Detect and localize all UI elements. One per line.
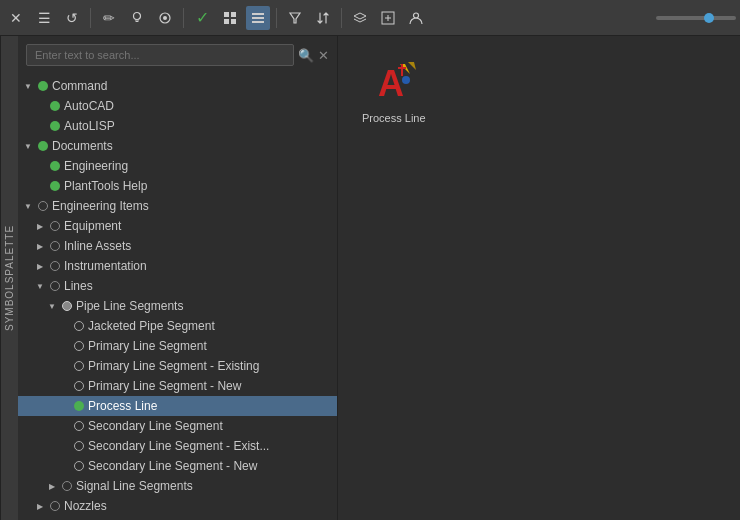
tree-area[interactable]: ▼CommandAutoCADAutoLISP▼DocumentsEnginee… xyxy=(18,74,337,520)
expand-arrow-jacketed[interactable] xyxy=(58,320,70,332)
search-bar: 🔍 ✕ xyxy=(18,36,337,74)
svg-marker-15 xyxy=(408,62,416,70)
tree-node-secondary-new[interactable]: Secondary Line Segment - New xyxy=(18,456,337,476)
expand-arrow-signal-line[interactable]: ▶ xyxy=(46,480,58,492)
node-dot-engineering xyxy=(50,161,60,171)
node-label-inline: Inline Assets xyxy=(64,239,131,253)
search-icon[interactable]: 🔍 xyxy=(298,48,314,63)
tree-node-instrumentation[interactable]: ▶Instrumentation xyxy=(18,256,337,276)
svg-rect-6 xyxy=(231,19,236,24)
tree-node-inline[interactable]: ▶Inline Assets xyxy=(18,236,337,256)
tree-node-planttools[interactable]: PlantTools Help xyxy=(18,176,337,196)
tree-node-engineering[interactable]: Engineering xyxy=(18,156,337,176)
expand-arrow-secondary-new[interactable] xyxy=(58,460,70,472)
list-btn[interactable] xyxy=(246,6,270,30)
refresh-btn[interactable]: ↺ xyxy=(60,6,84,30)
sort-btn[interactable] xyxy=(311,6,335,30)
expand-arrow-instrumentation[interactable]: ▶ xyxy=(34,260,46,272)
tree-node-eng-items[interactable]: ▼Engineering Items xyxy=(18,196,337,216)
layers-btn[interactable] xyxy=(348,6,372,30)
tree-node-primary-new[interactable]: Primary Line Segment - New xyxy=(18,376,337,396)
divider-4 xyxy=(341,8,342,28)
expand-arrow-lines[interactable]: ▼ xyxy=(34,280,46,292)
node-label-secondary-exist: Secondary Line Segment - Exist... xyxy=(88,439,269,453)
node-label-secondary-new: Secondary Line Segment - New xyxy=(88,459,257,473)
node-label-command: Command xyxy=(52,79,107,93)
node-label-nozzles: Nozzles xyxy=(64,499,107,513)
tree-node-documents[interactable]: ▼Documents xyxy=(18,136,337,156)
symbol-icon: A xyxy=(370,60,418,108)
expand-arrow-engineering[interactable] xyxy=(34,160,46,172)
options-btn[interactable] xyxy=(376,6,400,30)
zoom-slider xyxy=(656,16,736,20)
node-dot-primary-new xyxy=(74,381,84,391)
slider-thumb[interactable] xyxy=(704,13,714,23)
tree-node-secondary[interactable]: Secondary Line Segment xyxy=(18,416,337,436)
tree-node-signal-line[interactable]: ▶Signal Line Segments xyxy=(18,476,337,496)
grid-btn[interactable] xyxy=(218,6,242,30)
tree-node-equipment[interactable]: ▶Equipment xyxy=(18,216,337,236)
node-dot-planttools xyxy=(50,181,60,191)
tree-node-secondary-exist[interactable]: Secondary Line Segment - Exist... xyxy=(18,436,337,456)
svg-rect-4 xyxy=(231,12,236,17)
expand-arrow-autolisp[interactable] xyxy=(34,120,46,132)
check-btn[interactable]: ✓ xyxy=(190,6,214,30)
node-label-planttools: PlantTools Help xyxy=(64,179,147,193)
tree-node-autolisp[interactable]: AutoLISP xyxy=(18,116,337,136)
node-label-jacketed: Jacketed Pipe Segment xyxy=(88,319,215,333)
expand-arrow-primary-new[interactable] xyxy=(58,380,70,392)
tree-node-autocad[interactable]: AutoCAD xyxy=(18,96,337,116)
node-dot-autolisp xyxy=(50,121,60,131)
tree-node-pipe-line-segments[interactable]: ▼Pipe Line Segments xyxy=(18,296,337,316)
close-btn[interactable]: ✕ xyxy=(4,6,28,30)
bulb-btn[interactable] xyxy=(125,6,149,30)
node-dot-command xyxy=(38,81,48,91)
expand-arrow-documents[interactable]: ▼ xyxy=(22,140,34,152)
expand-arrow-process-line[interactable] xyxy=(58,400,70,412)
divider-2 xyxy=(183,8,184,28)
tree-node-process-line[interactable]: Process Line xyxy=(18,396,337,416)
side-label: SYMBOLSPALETTE xyxy=(0,36,18,520)
search-input[interactable] xyxy=(26,44,294,66)
node-dot-secondary-new xyxy=(74,461,84,471)
expand-arrow-secondary-exist[interactable] xyxy=(58,440,70,452)
node-dot-pipe-line-segments xyxy=(62,301,72,311)
divider-1 xyxy=(90,8,91,28)
node-dot-secondary xyxy=(74,421,84,431)
tree-node-nozzles[interactable]: ▶Nozzles xyxy=(18,496,337,516)
expand-arrow-primary-existing[interactable] xyxy=(58,360,70,372)
filter-btn[interactable] xyxy=(283,6,307,30)
tree-node-jacketed[interactable]: Jacketed Pipe Segment xyxy=(18,316,337,336)
expand-arrow-eng-items[interactable]: ▼ xyxy=(22,200,34,212)
expand-arrow-planttools[interactable] xyxy=(34,180,46,192)
clear-icon[interactable]: ✕ xyxy=(318,48,329,63)
node-dot-inline xyxy=(50,241,60,251)
symbol-label: Process Line xyxy=(362,112,426,124)
slider-track[interactable] xyxy=(656,16,736,20)
expand-arrow-inline[interactable]: ▶ xyxy=(34,240,46,252)
node-dot-equipment xyxy=(50,221,60,231)
expand-arrow-primary[interactable] xyxy=(58,340,70,352)
tree-node-primary-existing[interactable]: Primary Line Segment - Existing xyxy=(18,356,337,376)
expand-arrow-nozzles[interactable]: ▶ xyxy=(34,500,46,512)
expand-arrow-secondary[interactable] xyxy=(58,420,70,432)
tree-node-non-eng[interactable]: ▶Non Engineering Items xyxy=(18,516,337,520)
node-label-primary-new: Primary Line Segment - New xyxy=(88,379,241,393)
svg-rect-9 xyxy=(252,21,264,23)
node-label-autocad: AutoCAD xyxy=(64,99,114,113)
user-btn[interactable] xyxy=(404,6,428,30)
tree-node-primary[interactable]: Primary Line Segment xyxy=(18,336,337,356)
target-btn[interactable] xyxy=(153,6,177,30)
menu-btn[interactable]: ☰ xyxy=(32,6,56,30)
expand-arrow-pipe-line-segments[interactable]: ▼ xyxy=(46,300,58,312)
tree-node-command[interactable]: ▼Command xyxy=(18,76,337,96)
node-label-primary: Primary Line Segment xyxy=(88,339,207,353)
expand-arrow-command[interactable]: ▼ xyxy=(22,80,34,92)
symbol-item[interactable]: A Process Line xyxy=(354,52,434,132)
expand-arrow-equipment[interactable]: ▶ xyxy=(34,220,46,232)
pen-btn[interactable]: ✏ xyxy=(97,6,121,30)
node-dot-eng-items xyxy=(38,201,48,211)
expand-arrow-autocad[interactable] xyxy=(34,100,46,112)
node-dot-secondary-exist xyxy=(74,441,84,451)
tree-node-lines[interactable]: ▼Lines xyxy=(18,276,337,296)
